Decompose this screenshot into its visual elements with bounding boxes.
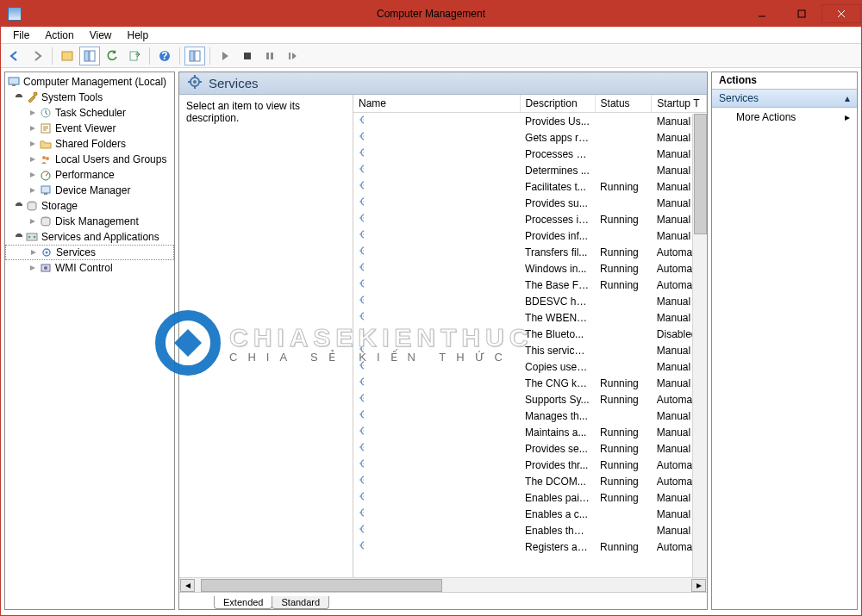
forward-button[interactable] <box>27 47 47 65</box>
play-button[interactable] <box>215 47 235 65</box>
expand-icon[interactable] <box>28 108 38 118</box>
service-row[interactable]: Application Information Facilitates t...… <box>353 178 707 195</box>
expand-icon[interactable] <box>28 139 38 149</box>
service-row[interactable]: Application Management Processes in... R… <box>353 211 707 227</box>
column-description[interactable]: Description <box>520 95 595 113</box>
tree-item[interactable]: Device Manager <box>5 183 174 198</box>
service-row[interactable]: COM+ Event System Supports Sy... Running… <box>353 391 707 408</box>
refresh-button[interactable] <box>102 47 122 65</box>
service-status <box>595 358 652 375</box>
service-row[interactable]: BranchCache This service ... Manual <box>353 342 707 358</box>
actions-more[interactable]: More Actions ▸ <box>712 108 857 127</box>
service-status <box>595 162 652 178</box>
service-row[interactable]: Credential Manager Provides se... Runnin… <box>353 440 707 457</box>
service-row[interactable]: COM+ System Application Manages th... Ma… <box>353 408 707 424</box>
service-row[interactable]: AppX Deployment Service (... Provides in… <box>353 227 707 244</box>
svg-point-60 <box>364 168 365 171</box>
export-button[interactable] <box>124 47 145 65</box>
column-startup[interactable]: Startup T <box>652 95 707 113</box>
tree-item[interactable]: WMI Control <box>5 260 174 276</box>
service-row[interactable]: Device Install Service Enables a c... Ma… <box>353 506 707 522</box>
maximize-button[interactable] <box>782 4 821 23</box>
collapse-icon[interactable] <box>14 92 24 103</box>
expand-icon[interactable] <box>28 170 38 180</box>
service-row[interactable]: Background Tasks Infrastru... Windows in… <box>353 260 707 277</box>
expand-icon[interactable] <box>28 247 39 258</box>
tree-root[interactable]: Computer Management (Local) <box>5 74 174 90</box>
expand-icon[interactable] <box>28 216 38 227</box>
service-status <box>595 293 652 309</box>
scrollbar-thumb[interactable] <box>201 579 442 592</box>
navigation-tree[interactable]: Computer Management (Local) System Tools… <box>5 72 174 609</box>
scrollbar-thumb[interactable] <box>694 114 707 234</box>
service-row[interactable]: BitLocker Drive Encryption ... BDESVC ho… <box>353 293 707 309</box>
service-row[interactable]: Certificate Propagation Copies user ... … <box>353 358 707 375</box>
actions-section[interactable]: Services ▴ <box>712 90 857 108</box>
service-row[interactable]: Computer Browser Maintains a... Running … <box>353 424 707 440</box>
service-row[interactable]: Base Filtering Engine The Base Fil... Ru… <box>353 277 707 293</box>
menu-file[interactable]: File <box>6 28 36 43</box>
show-hide-tree-button[interactable] <box>57 47 78 65</box>
view-button[interactable] <box>184 47 205 65</box>
tree-item[interactable]: Local Users and Groups <box>5 152 174 167</box>
menu-help[interactable]: Help <box>121 28 156 43</box>
service-description: Enables pair... <box>520 489 595 506</box>
expand-icon[interactable] <box>28 263 38 273</box>
collapse-icon[interactable] <box>14 232 24 242</box>
service-row[interactable]: ActiveX Installer (AxInstSV) Provides Us… <box>353 113 707 130</box>
column-name[interactable]: Name <box>353 95 520 113</box>
svg-point-22 <box>46 157 49 160</box>
expand-icon[interactable] <box>28 185 38 196</box>
tab-standard[interactable]: Standard <box>272 596 329 609</box>
help-button[interactable]: ? <box>154 47 175 65</box>
close-button[interactable] <box>821 4 861 23</box>
back-button[interactable] <box>4 47 25 65</box>
menu-action[interactable]: Action <box>38 28 80 43</box>
tree-item[interactable]: Performance <box>5 167 174 183</box>
expand-icon[interactable] <box>28 154 38 165</box>
stop-button[interactable] <box>237 47 258 65</box>
service-row[interactable]: Cryptographic Services Provides thr... R… <box>353 457 707 473</box>
service-row[interactable]: Application Layer Gateway ... Provides s… <box>353 195 707 211</box>
column-status[interactable]: Status <box>595 95 652 113</box>
expand-icon[interactable] <box>28 123 38 134</box>
tree-item[interactable]: Task Scheduler <box>5 105 174 121</box>
service-row[interactable]: Device Association Service Enables pair.… <box>353 489 707 506</box>
service-row[interactable]: Application Identity Determines ... Manu… <box>353 162 707 178</box>
svg-point-162 <box>364 446 365 449</box>
tree-storage[interactable]: Storage <box>5 198 174 214</box>
restart-button[interactable] <box>282 47 303 65</box>
svg-rect-14 <box>271 53 273 59</box>
service-row[interactable]: Application Experience Processes a... Ma… <box>353 146 707 162</box>
svg-point-138 <box>364 381 365 383</box>
service-gear-icon <box>359 408 364 423</box>
svg-point-180 <box>364 495 365 498</box>
service-row[interactable]: DCOM Server Process Laun... The DCOM... … <box>353 473 707 489</box>
service-row[interactable]: Block Level Backup Engine ... The WBENG.… <box>353 309 707 326</box>
service-row[interactable]: App Readiness Gets apps re... Manual <box>353 129 707 146</box>
service-row[interactable]: Device Setup Manager Enables the ... Man… <box>353 522 707 538</box>
tree-item[interactable]: Shared Folders <box>5 136 174 152</box>
properties-button[interactable] <box>79 47 100 65</box>
services-table[interactable]: Name Description Status Startup T Active… <box>353 95 707 555</box>
service-row[interactable]: DHCP Client Registers an... Running Auto… <box>353 538 707 555</box>
service-row[interactable]: Background Intelligent Trans... Transfer… <box>353 244 707 260</box>
tree-item[interactable]: Services <box>5 245 174 260</box>
service-gear-icon <box>359 196 364 210</box>
service-row[interactable]: CNG Key Isolation The CNG ke... Running … <box>353 375 707 391</box>
tree-item[interactable]: Disk Management <box>5 214 174 229</box>
scroll-right-icon[interactable]: ▸ <box>691 579 706 592</box>
scroll-left-icon[interactable]: ◂ <box>180 579 195 592</box>
horizontal-scrollbar[interactable]: ◂ ▸ <box>179 577 707 592</box>
collapse-icon[interactable] <box>14 201 24 211</box>
menu-view[interactable]: View <box>83 28 119 43</box>
tree-item[interactable]: Event Viewer <box>5 121 174 136</box>
service-row[interactable]: Bluetooth Support Service The Blueto... … <box>353 326 707 342</box>
tree-services-apps[interactable]: Services and Applications <box>5 229 174 245</box>
services-list[interactable]: Name Description Status Startup T Active… <box>353 95 707 577</box>
pause-button[interactable] <box>259 47 280 65</box>
tab-extended[interactable]: Extended <box>214 596 272 609</box>
vertical-scrollbar[interactable] <box>692 114 707 577</box>
minimize-button[interactable] <box>742 4 782 23</box>
tree-system-tools[interactable]: System Tools <box>5 90 174 105</box>
